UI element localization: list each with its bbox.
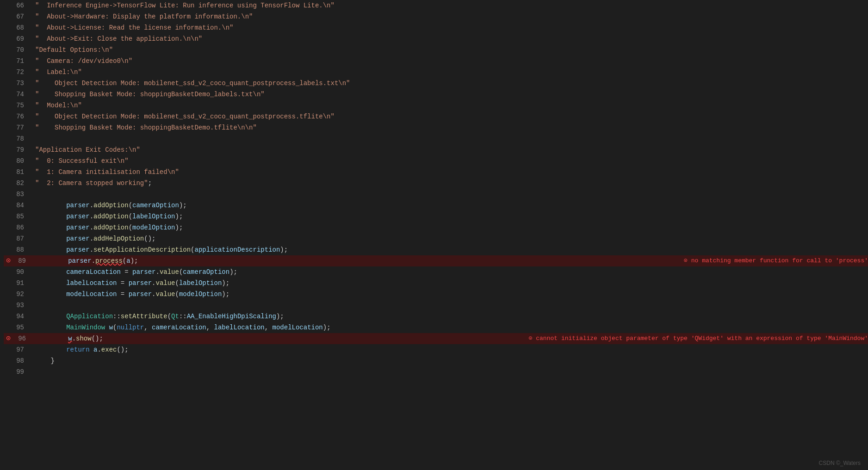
code-editor: 66 " Inference Engine->TensorFlow Lite: … (0, 0, 868, 470)
table-row: 71 " Camera: /dev/video0\n" (4, 56, 868, 67)
table-row: 97 return a.exec(); (4, 344, 868, 355)
table-row: 70 "Default Options:\n" (4, 44, 868, 56)
table-row: 82 " 2: Camera stopped working"; (4, 178, 868, 189)
table-row: 99 (4, 366, 868, 377)
table-row: 80 " 0: Successful exit\n" (4, 155, 868, 167)
code-lines[interactable]: 66 " Inference Engine->TensorFlow Lite: … (0, 0, 868, 470)
error-message-96: ⊙ cannot initialize object parameter of … (510, 333, 868, 344)
table-row: 74 " Shopping Basket Mode: shoppingBaske… (4, 89, 868, 100)
code-area[interactable]: 66 " Inference Engine->TensorFlow Lite: … (0, 0, 868, 470)
watermark: CSDN ©_Waters (819, 460, 861, 466)
table-row: 69 " About->Exit: Close the application.… (4, 33, 868, 44)
table-row: 87 parser.addHelpOption(); (4, 233, 868, 244)
error-icon-89: ⊙ (4, 255, 13, 266)
table-row: 77 " Shopping Basket Mode: shoppingBaske… (4, 122, 868, 133)
table-row: 91 labelLocation = parser.value(labelOpt… (4, 278, 868, 289)
table-row: 78 (4, 133, 868, 144)
table-row: 72 " Label:\n" (4, 67, 868, 78)
table-row: 76 " Object Detection Mode: mobilenet_ss… (4, 111, 868, 122)
table-row: 98 } (4, 355, 868, 366)
table-row: 93 (4, 300, 868, 311)
table-row: 85 parser.addOption(labelOption); (4, 211, 868, 222)
error-line-89: ⊙ 89 parser.process(a); ⊙ no matching me… (4, 255, 868, 266)
table-row: 94 QApplication::setAttribute(Qt::AA_Ena… (4, 311, 868, 322)
table-row: 90 cameraLocation = parser.value(cameraO… (4, 266, 868, 278)
table-row: 92 modelLocation = parser.value(modelOpt… (4, 289, 868, 300)
table-row: 68 " About->License: Read the license in… (4, 22, 868, 33)
table-row: 86 parser.addOption(modelOption); (4, 222, 868, 233)
table-row: 95 MainWindow w(nullptr, cameraLocation,… (4, 322, 868, 333)
table-row: 73 " Object Detection Mode: mobilenet_ss… (4, 78, 868, 89)
table-row: 83 (4, 189, 868, 200)
error-message-89: ⊙ no matching member function for call t… (665, 255, 868, 266)
table-row: 66 " Inference Engine->TensorFlow Lite: … (4, 0, 868, 11)
error-line-96: ⊙ 96 w.show(); ⊙ cannot initialize objec… (4, 333, 868, 344)
table-row: 84 parser.addOption(cameraOption); (4, 200, 868, 211)
table-row: 67 " About->Hardware: Display the platfo… (4, 11, 868, 22)
table-row: 88 parser.setApplicationDescription(appl… (4, 244, 868, 255)
error-icon-96: ⊙ (4, 333, 13, 344)
table-row: 81 " 1: Camera initialisation failed\n" (4, 167, 868, 178)
table-row: 79 "Application Exit Codes:\n" (4, 144, 868, 155)
table-row: 75 " Model:\n" (4, 100, 868, 111)
